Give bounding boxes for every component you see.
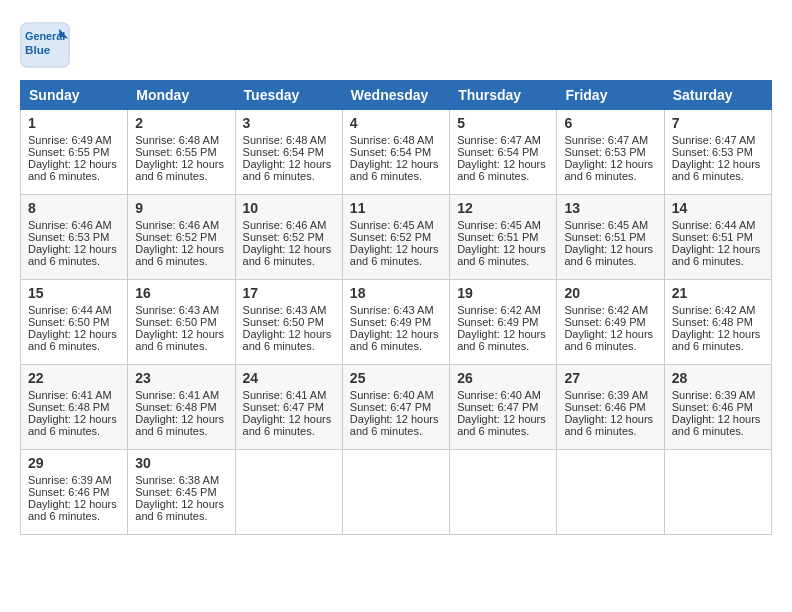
sunset-text: Sunset: 6:48 PM [135, 401, 216, 413]
sunrise-text: Sunrise: 6:45 AM [564, 219, 648, 231]
daylight-label: Daylight: 12 hours and 6 minutes. [243, 158, 332, 182]
daylight-label: Daylight: 12 hours and 6 minutes. [672, 243, 761, 267]
sunrise-text: Sunrise: 6:42 AM [564, 304, 648, 316]
calendar-week-row: 15Sunrise: 6:44 AMSunset: 6:50 PMDayligh… [21, 280, 772, 365]
calendar-table: SundayMondayTuesdayWednesdayThursdayFrid… [20, 80, 772, 535]
day-number: 7 [672, 115, 764, 131]
calendar-cell: 3Sunrise: 6:48 AMSunset: 6:54 PMDaylight… [235, 110, 342, 195]
col-header-sunday: Sunday [21, 81, 128, 110]
daylight-label: Daylight: 12 hours and 6 minutes. [457, 413, 546, 437]
calendar-header-row: SundayMondayTuesdayWednesdayThursdayFrid… [21, 81, 772, 110]
daylight-label: Daylight: 12 hours and 6 minutes. [243, 328, 332, 352]
calendar-cell: 27Sunrise: 6:39 AMSunset: 6:46 PMDayligh… [557, 365, 664, 450]
sunset-text: Sunset: 6:52 PM [350, 231, 431, 243]
day-number: 23 [135, 370, 227, 386]
sunset-text: Sunset: 6:46 PM [672, 401, 753, 413]
sunset-text: Sunset: 6:53 PM [564, 146, 645, 158]
sunrise-text: Sunrise: 6:45 AM [350, 219, 434, 231]
sunrise-text: Sunrise: 6:46 AM [243, 219, 327, 231]
daylight-label: Daylight: 12 hours and 6 minutes. [243, 413, 332, 437]
svg-text:Blue: Blue [25, 43, 51, 56]
calendar-cell: 5Sunrise: 6:47 AMSunset: 6:54 PMDaylight… [450, 110, 557, 195]
daylight-label: Daylight: 12 hours and 6 minutes. [564, 243, 653, 267]
day-number: 14 [672, 200, 764, 216]
sunrise-text: Sunrise: 6:40 AM [350, 389, 434, 401]
calendar-cell [557, 450, 664, 535]
sunset-text: Sunset: 6:51 PM [564, 231, 645, 243]
day-number: 21 [672, 285, 764, 301]
sunrise-text: Sunrise: 6:45 AM [457, 219, 541, 231]
day-number: 18 [350, 285, 442, 301]
day-number: 9 [135, 200, 227, 216]
sunrise-text: Sunrise: 6:39 AM [564, 389, 648, 401]
daylight-label: Daylight: 12 hours and 6 minutes. [672, 413, 761, 437]
daylight-label: Daylight: 12 hours and 6 minutes. [28, 328, 117, 352]
sunset-text: Sunset: 6:50 PM [135, 316, 216, 328]
calendar-cell: 28Sunrise: 6:39 AMSunset: 6:46 PMDayligh… [664, 365, 771, 450]
calendar-cell [664, 450, 771, 535]
sunrise-text: Sunrise: 6:46 AM [28, 219, 112, 231]
sunset-text: Sunset: 6:49 PM [457, 316, 538, 328]
sunset-text: Sunset: 6:55 PM [135, 146, 216, 158]
day-number: 24 [243, 370, 335, 386]
calendar-cell: 21Sunrise: 6:42 AMSunset: 6:48 PMDayligh… [664, 280, 771, 365]
daylight-label: Daylight: 12 hours and 6 minutes. [350, 413, 439, 437]
calendar-cell: 14Sunrise: 6:44 AMSunset: 6:51 PMDayligh… [664, 195, 771, 280]
daylight-label: Daylight: 12 hours and 6 minutes. [28, 413, 117, 437]
daylight-label: Daylight: 12 hours and 6 minutes. [564, 158, 653, 182]
col-header-monday: Monday [128, 81, 235, 110]
day-number: 16 [135, 285, 227, 301]
sunrise-text: Sunrise: 6:42 AM [672, 304, 756, 316]
sunset-text: Sunset: 6:55 PM [28, 146, 109, 158]
daylight-label: Daylight: 12 hours and 6 minutes. [135, 158, 224, 182]
daylight-label: Daylight: 12 hours and 6 minutes. [28, 243, 117, 267]
sunset-text: Sunset: 6:46 PM [28, 486, 109, 498]
sunrise-text: Sunrise: 6:47 AM [672, 134, 756, 146]
col-header-saturday: Saturday [664, 81, 771, 110]
sunrise-text: Sunrise: 6:44 AM [28, 304, 112, 316]
daylight-label: Daylight: 12 hours and 6 minutes. [457, 243, 546, 267]
sunset-text: Sunset: 6:53 PM [28, 231, 109, 243]
day-number: 22 [28, 370, 120, 386]
daylight-label: Daylight: 12 hours and 6 minutes. [564, 413, 653, 437]
calendar-cell: 12Sunrise: 6:45 AMSunset: 6:51 PMDayligh… [450, 195, 557, 280]
sunrise-text: Sunrise: 6:43 AM [135, 304, 219, 316]
calendar-cell: 13Sunrise: 6:45 AMSunset: 6:51 PMDayligh… [557, 195, 664, 280]
day-number: 1 [28, 115, 120, 131]
daylight-label: Daylight: 12 hours and 6 minutes. [28, 498, 117, 522]
sunrise-text: Sunrise: 6:39 AM [28, 474, 112, 486]
sunset-text: Sunset: 6:48 PM [672, 316, 753, 328]
calendar-week-row: 22Sunrise: 6:41 AMSunset: 6:48 PMDayligh… [21, 365, 772, 450]
sunrise-text: Sunrise: 6:43 AM [243, 304, 327, 316]
calendar-cell: 30Sunrise: 6:38 AMSunset: 6:45 PMDayligh… [128, 450, 235, 535]
daylight-label: Daylight: 12 hours and 6 minutes. [457, 328, 546, 352]
day-number: 15 [28, 285, 120, 301]
sunrise-text: Sunrise: 6:47 AM [564, 134, 648, 146]
daylight-label: Daylight: 12 hours and 6 minutes. [564, 328, 653, 352]
day-number: 20 [564, 285, 656, 301]
calendar-cell: 1Sunrise: 6:49 AMSunset: 6:55 PMDaylight… [21, 110, 128, 195]
sunset-text: Sunset: 6:46 PM [564, 401, 645, 413]
sunset-text: Sunset: 6:52 PM [243, 231, 324, 243]
day-number: 19 [457, 285, 549, 301]
sunrise-text: Sunrise: 6:44 AM [672, 219, 756, 231]
day-number: 29 [28, 455, 120, 471]
sunrise-text: Sunrise: 6:40 AM [457, 389, 541, 401]
col-header-tuesday: Tuesday [235, 81, 342, 110]
sunset-text: Sunset: 6:54 PM [350, 146, 431, 158]
sunset-text: Sunset: 6:45 PM [135, 486, 216, 498]
sunrise-text: Sunrise: 6:38 AM [135, 474, 219, 486]
calendar-week-row: 1Sunrise: 6:49 AMSunset: 6:55 PMDaylight… [21, 110, 772, 195]
day-number: 12 [457, 200, 549, 216]
day-number: 27 [564, 370, 656, 386]
sunset-text: Sunset: 6:54 PM [243, 146, 324, 158]
daylight-label: Daylight: 12 hours and 6 minutes. [135, 413, 224, 437]
calendar-cell: 26Sunrise: 6:40 AMSunset: 6:47 PMDayligh… [450, 365, 557, 450]
calendar-cell [342, 450, 449, 535]
calendar-cell: 10Sunrise: 6:46 AMSunset: 6:52 PMDayligh… [235, 195, 342, 280]
calendar-cell: 24Sunrise: 6:41 AMSunset: 6:47 PMDayligh… [235, 365, 342, 450]
calendar-cell: 20Sunrise: 6:42 AMSunset: 6:49 PMDayligh… [557, 280, 664, 365]
sunrise-text: Sunrise: 6:46 AM [135, 219, 219, 231]
sunset-text: Sunset: 6:54 PM [457, 146, 538, 158]
daylight-label: Daylight: 12 hours and 6 minutes. [243, 243, 332, 267]
